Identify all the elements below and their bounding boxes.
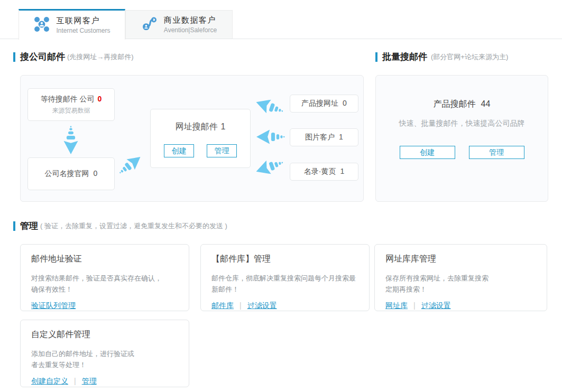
section-subtitle: ( 验证，去除重复，设置过滤，避免重复发生和不必要的发送 ) — [40, 221, 227, 231]
card-desc-line: 邮件仓库，彻底解决重复搜索问题每个月搜索最 — [211, 273, 358, 284]
card-desc-line: 者去重复等处理！ — [31, 359, 178, 370]
card-title: 邮件地址验证 — [31, 254, 178, 265]
image-customers-label: 图片客户 — [305, 133, 335, 141]
directory-yellowpages-box: 名录·黄页1 — [290, 163, 358, 181]
create-button[interactable]: 创建 — [164, 144, 194, 157]
link-separator: | — [74, 377, 76, 385]
card-title: 【邮件库】管理 — [211, 254, 358, 265]
directory-yellowpages-count: 1 — [340, 167, 344, 175]
company-name-search-label: 公司名搜官网 — [45, 169, 89, 178]
section-accent-bar — [13, 221, 15, 231]
card-desc-line: 确保有效性！ — [31, 284, 178, 295]
company-name-search-count: 0 — [94, 169, 98, 178]
filter-settings-link[interactable]: 过滤设置 — [247, 301, 277, 310]
url-search-email-label: 网址搜邮件 — [176, 122, 218, 131]
url-search-email-count: 1 — [221, 122, 226, 131]
verification-queue-link[interactable]: 验证队列管理 — [31, 301, 76, 310]
section-header-manage: 管理 ( 验证，去除重复，设置过滤，避免重复发生和不必要的发送 ) — [13, 220, 227, 232]
waiting-companies-count: 0 — [98, 95, 102, 103]
section-title: 管理 — [20, 220, 38, 232]
product-search-url-count: 0 — [343, 99, 347, 107]
card-title: 网址库库管理 — [385, 254, 536, 265]
app-page: 互联网客户 Internet Customers 商业数据客户 Avention… — [0, 0, 562, 392]
flow-arrow-diagonal-icon — [114, 149, 148, 181]
batch-create-button[interactable]: 创建 — [400, 146, 455, 159]
batch-product-search-label: 产品搜邮件 — [434, 99, 476, 108]
create-custom-link[interactable]: 创建自定义 — [31, 377, 68, 385]
company-name-search-box: 公司名搜官网0 — [27, 157, 115, 190]
share-icon — [141, 15, 158, 34]
batch-product-search-count: 44 — [481, 99, 491, 108]
card-email-verification: 邮件地址验证 对搜索结果邮件，验证是否真实存在确认， 确保有效性！ 验证队列管理 — [20, 244, 189, 311]
card-desc-line: 保存所有搜索网址，去除重复搜索 — [385, 273, 536, 284]
section-header-search-company: 搜公司邮件 (先搜网址→再搜邮件) — [13, 51, 134, 63]
card-custom-email: 自定义邮件管理 添加自己的邮件地址，进行验证或 者去重复等处理！ 创建自定义|管… — [20, 320, 189, 387]
tab-subtitle: Avention|Saleforce — [164, 26, 217, 34]
tab-title: 商业数据客户 — [164, 15, 216, 25]
tab-internet-customers[interactable]: 互联网客户 Internet Customers — [19, 9, 125, 40]
url-library-link[interactable]: 网址库 — [385, 301, 408, 310]
filter-settings-link[interactable]: 过滤设置 — [421, 301, 451, 310]
image-customers-count: 1 — [339, 133, 343, 141]
card-desc-line: 定期再搜索！ — [385, 284, 536, 295]
waiting-companies-box: 等待搜邮件 公司0 来源贸易数据 — [27, 88, 115, 121]
tab-business-data[interactable]: 商业数据客户 Avention|Saleforce — [125, 10, 233, 39]
card-desc-line: 对搜索结果邮件，验证是否真实存在确认， — [31, 273, 178, 284]
search-flow-panel: 等待搜邮件 公司0 来源贸易数据 公司名搜官网0 网址搜邮件1 创建 管理 产品… — [20, 75, 364, 202]
flow-arrow-left-top-icon — [253, 94, 286, 120]
card-url-library: 网址库库管理 保存所有搜索网址，去除重复搜索 定期再搜索！ 网址库|过滤设置 — [374, 244, 547, 311]
section-header-batch-search: 批量搜邮件 (部分官网+论坛来源为主) — [375, 51, 508, 63]
card-email-library: 【邮件库】管理 邮件仓库，彻底解决重复搜索问题每个月搜索最 新邮件！ 邮件库|过… — [200, 244, 370, 311]
email-library-link[interactable]: 邮件库 — [211, 301, 234, 310]
product-search-url-label: 产品搜网址 — [301, 99, 338, 107]
section-accent-bar — [13, 52, 15, 62]
batch-description: 快速、批量搜邮件，快速提高公司品牌 — [399, 119, 525, 128]
section-subtitle: (部分官网+论坛来源为主) — [431, 52, 508, 62]
waiting-companies-source: 来源贸易数据 — [52, 106, 90, 115]
link-separator: | — [239, 301, 242, 310]
waiting-companies-label: 等待搜邮件 公司 — [41, 95, 95, 103]
product-search-url-box: 产品搜网址0 — [290, 95, 358, 113]
section-accent-bar — [375, 52, 377, 62]
card-desc-line: 新邮件！ — [211, 284, 358, 295]
section-title: 搜公司邮件 — [20, 51, 65, 63]
flow-arrow-left-bottom-icon — [253, 154, 286, 180]
tab-subtitle: Internet Customers — [56, 26, 110, 35]
manage-link[interactable]: 管理 — [82, 377, 97, 385]
card-title: 自定义邮件管理 — [31, 329, 178, 340]
link-separator: | — [413, 301, 416, 310]
card-desc-line: 添加自己的邮件地址，进行验证或 — [31, 348, 178, 359]
flow-arrow-left-middle-icon — [256, 128, 285, 146]
batch-search-panel: 产品搜邮件44 快速、批量搜邮件，快速提高公司品牌 创建 管理 — [375, 75, 548, 202]
url-search-email-box: 网址搜邮件1 创建 管理 — [150, 109, 251, 168]
section-subtitle: (先搜网址→再搜邮件) — [67, 52, 134, 62]
tab-title: 互联网客户 — [56, 15, 100, 26]
network-icon — [33, 16, 50, 35]
directory-yellowpages-label: 名录·黄页 — [304, 167, 336, 175]
image-customers-box: 图片客户1 — [290, 128, 358, 146]
flow-arrow-down-icon — [62, 126, 80, 154]
batch-manage-button[interactable]: 管理 — [469, 146, 524, 159]
manage-button[interactable]: 管理 — [207, 144, 237, 157]
section-title: 批量搜邮件 — [382, 51, 427, 63]
